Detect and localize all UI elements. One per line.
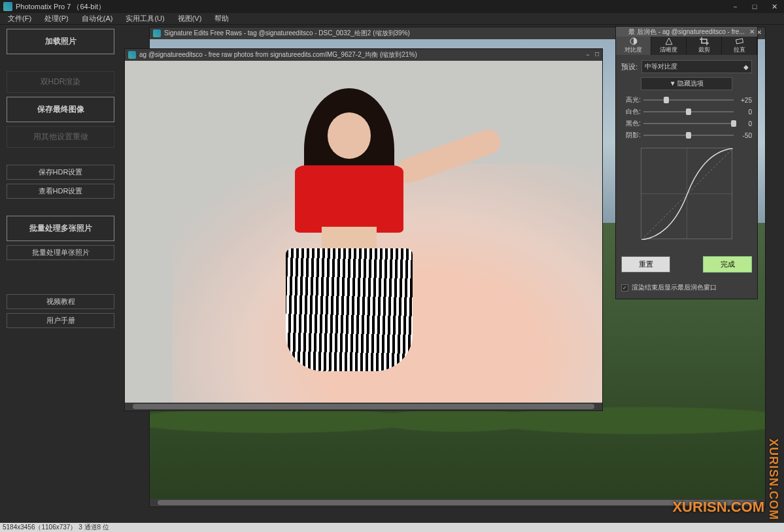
app-icon [3,2,12,11]
slider-thumb[interactable] [664,97,669,103]
slider-track[interactable] [643,123,734,124]
tab-sharpness[interactable]: 清晰度 [651,37,687,55]
video-tutorial-button[interactable]: 视频教程 [7,294,114,309]
slider-value: 0 [736,120,752,127]
save-hdr-settings-button[interactable]: 保存HDR设置 [7,165,114,180]
show-panel-checkbox[interactable]: ✓ [621,284,628,291]
menu-utilities[interactable]: 实用工具(U) [123,12,167,25]
slider-label: 白色: [621,107,641,116]
slider-track[interactable] [643,99,734,101]
slider-label: 黑色: [621,119,641,128]
load-photos-button[interactable]: 加载照片 [7,29,114,54]
statusbar: 5184x3456（1106x737） 3 通道8 位 [0,523,784,532]
slider-thumb[interactable] [686,132,691,139]
crop-icon [700,37,709,45]
workspace: Signature Edits Free Raws - tag @signatu… [121,25,784,523]
tab-contrast[interactable]: 对比度 [616,37,651,55]
slider-value: 0 [736,108,752,116]
menu-file[interactable]: 文件(F) [5,12,34,25]
dropdown-icon: ◆ [743,63,749,71]
sharpness-icon [664,37,673,45]
checkbox-label: 渲染结束后显示最后润色窗口 [632,283,717,292]
slider-value: +25 [736,97,752,104]
slider-row-0: 高光: +25 [621,95,752,105]
minimize-button[interactable]: － [728,2,741,11]
hide-options-toggle[interactable]: ▼ 隐藏选项 [641,77,732,90]
doc2-titlebar[interactable]: ag @signatureeditsco - free raw photos f… [125,49,602,61]
save-final-button[interactable]: 保存最终图像 [7,97,114,122]
doc-icon [153,29,161,37]
slider-row-3: 阴影: -50 [621,131,752,140]
slider-thumb[interactable] [731,120,736,127]
doc2-hscroll[interactable] [125,403,602,410]
doc2-minimize[interactable]: － [585,50,591,59]
status-text: 5184x3456（1106x737） 3 通道8 位 [3,523,109,532]
slider-track[interactable] [643,111,734,112]
window-controls: － □ ✕ [728,2,781,11]
doc-icon [128,51,136,59]
batch-multi-button[interactable]: 批量处理多张照片 [7,216,114,241]
close-button[interactable]: ✕ [768,2,781,11]
slider-row-2: 黑色: 0 [621,119,752,128]
slider-label: 高光: [621,95,641,105]
panel-title[interactable]: 最 后润色 - ag @signatureeditsco - fre... ✕ [616,27,757,37]
contrast-icon [629,37,638,45]
slider-label: 阴影: [621,131,641,140]
titlebar: Photomatix Pro 7 （64-bit） － □ ✕ [0,0,784,13]
menu-view[interactable]: 视图(V) [175,12,205,25]
doc1-title: Signature Edits Free Raws - tag @signatu… [164,29,410,38]
slider-thumb[interactable] [686,108,691,115]
reprocess-button: 用其他设置重做 [7,126,114,148]
watermark2: XURISN.COM [672,499,764,516]
done-button[interactable]: 完成 [703,256,752,273]
view-hdr-settings-button[interactable]: 查看HDR设置 [7,184,114,199]
user-manual-button[interactable]: 用户手册 [7,313,114,328]
watermark: XURISN.COM [766,439,780,520]
menubar: 文件(F) 处理(P) 自动化(A) 实用工具(U) 视图(V) 帮助 [0,13,784,25]
menu-process[interactable]: 处理(P) [42,12,71,25]
doc2-title: ag @signatureeditsco - free raw photos f… [139,50,417,59]
slider-track[interactable] [643,135,734,136]
document-window-2[interactable]: ag @signatureeditsco - free raw photos f… [124,48,603,411]
tab-crop[interactable]: 裁剪 [687,37,722,55]
slider-row-1: 白色: 0 [621,107,752,116]
preset-label: 预设: [621,62,638,72]
app-title: Photomatix Pro 7 （64-bit） [16,2,105,12]
dual-hdr-button: 双HDR渲染 [7,71,114,93]
sidebar: 加载照片 双HDR渲染 保存最终图像 用其他设置重做 保存HDR设置 查看HDR… [0,25,121,523]
doc2-maximize[interactable]: □ [595,50,599,59]
finishing-touch-panel: 最 后润色 - ag @signatureeditsco - fre... ✕ … [615,26,758,299]
straighten-icon [735,37,744,45]
tab-straighten[interactable]: 拉直 [722,37,757,55]
menu-automate[interactable]: 自动化(A) [79,12,116,25]
menu-help[interactable]: 帮助 [212,12,231,25]
svg-rect-1 [736,39,743,44]
panel-tabs: 对比度 清晰度 裁剪 拉直 [616,37,757,55]
slider-value: -50 [736,132,752,139]
preset-select[interactable]: 中等对比度 ◆ [641,60,752,73]
reset-button[interactable]: 重置 [621,256,670,273]
doc2-image [125,61,602,403]
batch-single-button[interactable]: 批量处理单张照片 [7,245,114,260]
maximize-button[interactable]: □ [748,2,761,11]
tone-curve[interactable] [641,148,732,239]
panel-close-icon[interactable]: ✕ [749,28,755,35]
